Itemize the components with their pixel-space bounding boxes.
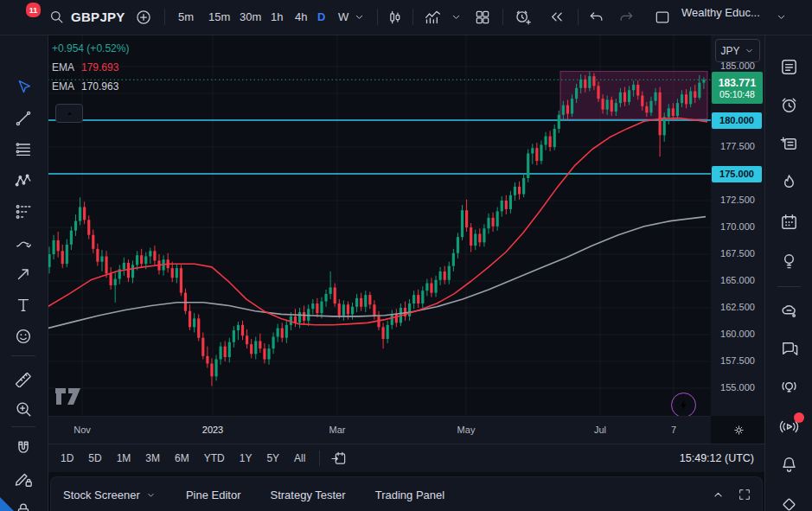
fullscreen-icon[interactable] bbox=[738, 488, 751, 501]
tool-ruler[interactable] bbox=[0, 368, 47, 387]
collapse-panel-icon[interactable] bbox=[711, 488, 726, 502]
ema-slow-row[interactable]: EMA 170.963 bbox=[52, 81, 129, 92]
timeframe-menu-button[interactable] bbox=[353, 0, 366, 34]
tool-fib-lines[interactable] bbox=[0, 140, 47, 159]
range-6m[interactable]: 6M bbox=[175, 452, 189, 464]
divider bbox=[777, 286, 801, 287]
timeframe-1h[interactable]: 1h bbox=[267, 9, 286, 25]
tab-trading-panel[interactable]: Trading Panel bbox=[375, 489, 444, 501]
range-all[interactable]: All bbox=[294, 452, 305, 464]
sidebar-note-plus[interactable] bbox=[765, 134, 812, 154]
drawing-toolbar bbox=[0, 35, 48, 511]
sidebar-chat[interactable] bbox=[765, 339, 812, 359]
tool-smiley[interactable] bbox=[0, 327, 47, 346]
undo-button[interactable] bbox=[588, 0, 605, 34]
top-toolbar: GBPJPY5m15m30m1h4hDWWealthy Educ... bbox=[0, 0, 812, 35]
footer-tabs-bar: Stock Screener Pine Editor Strategy Test… bbox=[50, 476, 763, 511]
indicators-button[interactable] bbox=[424, 0, 442, 34]
price-label: 160.000 bbox=[711, 329, 764, 339]
layout-title-button[interactable]: Wealthy Educ... bbox=[681, 0, 760, 29]
chart-style-button[interactable] bbox=[387, 0, 404, 34]
go-to-date-icon[interactable] bbox=[330, 450, 347, 467]
add-symbol-button[interactable] bbox=[135, 0, 152, 34]
range-toolbar: 1D5D1M3M6MYTD1Y5YAll 15:49:12 (UTC) bbox=[48, 444, 764, 472]
tab-stock-screener[interactable]: Stock Screener bbox=[63, 489, 157, 501]
layout-menu-button[interactable] bbox=[775, 0, 788, 34]
sidebar-diamond[interactable] bbox=[765, 495, 812, 511]
sidebar-calendar[interactable] bbox=[765, 212, 812, 232]
range-1y[interactable]: 1Y bbox=[240, 452, 253, 464]
lightning-icon[interactable] bbox=[671, 393, 696, 418]
chevron-down-icon bbox=[744, 45, 755, 56]
tab-strategy-tester[interactable]: Strategy Tester bbox=[270, 489, 345, 501]
timeframe-4h[interactable]: 4h bbox=[291, 9, 310, 25]
create-alert-button[interactable] bbox=[514, 0, 532, 34]
bar-replay-button[interactable] bbox=[547, 0, 566, 34]
sidebar-bulb[interactable] bbox=[765, 251, 812, 271]
ema-fast-row[interactable]: EMA 179.693 bbox=[52, 62, 129, 73]
current-price: 183.771 bbox=[719, 77, 756, 89]
divider bbox=[377, 9, 378, 25]
tool-trend-line[interactable] bbox=[0, 109, 47, 128]
tool-pencil-lock[interactable] bbox=[0, 469, 47, 489]
timeframe-30m[interactable]: 30m bbox=[236, 9, 265, 25]
tool-zoom-in[interactable] bbox=[0, 399, 47, 418]
divider bbox=[11, 426, 35, 427]
tool-brush[interactable] bbox=[0, 233, 47, 252]
clock[interactable]: 15:49:12 (UTC) bbox=[680, 452, 754, 464]
sidebar-thought-cloud[interactable] bbox=[765, 301, 812, 321]
price-label: 177.500 bbox=[711, 141, 764, 151]
tool-arrow[interactable] bbox=[0, 265, 47, 284]
sidebar-flame[interactable] bbox=[765, 173, 812, 193]
sidebar-alarm[interactable] bbox=[765, 95, 812, 115]
price-label: 170.000 bbox=[711, 221, 764, 232]
divider bbox=[412, 9, 413, 25]
change-value: +0.954 (+0.52%) bbox=[52, 43, 129, 54]
level-price-label: 175.000 bbox=[712, 166, 762, 182]
bar-countdown: 05:10:48 bbox=[719, 89, 755, 99]
price-axis[interactable]: JPY 185.000177.500172.500170.000167.5001… bbox=[711, 35, 764, 416]
tab-label: Stock Screener bbox=[63, 489, 140, 501]
tool-cursor[interactable] bbox=[0, 78, 47, 97]
timeframe-W[interactable]: W bbox=[335, 9, 352, 25]
sidebar-live-bulb[interactable] bbox=[765, 377, 812, 397]
symbol-name: GBPJPY bbox=[71, 10, 125, 24]
range-5y[interactable]: 5Y bbox=[266, 452, 279, 464]
timeframe-15m[interactable]: 15m bbox=[205, 9, 233, 25]
divider bbox=[11, 355, 35, 356]
time-label: Jul bbox=[594, 425, 606, 435]
divider bbox=[502, 9, 503, 25]
currency-dropdown[interactable]: JPY bbox=[715, 39, 760, 62]
chart-legend: +0.954 (+0.52%) EMA 179.693 EMA 170.963 bbox=[52, 43, 129, 100]
price-label: 172.500 bbox=[711, 195, 764, 205]
tool-magnet[interactable] bbox=[0, 439, 47, 458]
notification-dot bbox=[794, 412, 804, 423]
tool-forecast[interactable] bbox=[0, 202, 47, 221]
timeframe-5m[interactable]: 5m bbox=[175, 9, 197, 25]
tool-pattern[interactable] bbox=[0, 171, 47, 190]
range-3m[interactable]: 3M bbox=[145, 452, 160, 464]
tool-text[interactable] bbox=[0, 296, 47, 315]
divider bbox=[578, 9, 579, 25]
gear-icon[interactable] bbox=[732, 424, 745, 437]
range-ytd[interactable]: YTD bbox=[204, 452, 225, 464]
sidebar-streams[interactable] bbox=[765, 416, 812, 437]
time-axis[interactable]: Nov2023MarMayJul7 bbox=[48, 416, 711, 444]
ema-fast-value: 179.693 bbox=[81, 62, 118, 73]
tab-pine-editor[interactable]: Pine Editor bbox=[186, 489, 241, 501]
redo-button[interactable] bbox=[617, 0, 635, 34]
symbol-search-button[interactable]: GBPJPY bbox=[71, 0, 125, 34]
current-price-badge: 183.771 05:10:48 bbox=[712, 72, 763, 104]
layout-templates-button[interactable] bbox=[474, 0, 491, 34]
indicators-menu-button[interactable] bbox=[450, 0, 463, 34]
level-price-label: 180.000 bbox=[712, 112, 762, 129]
sidebar-bell[interactable] bbox=[765, 455, 812, 475]
range-1m[interactable]: 1M bbox=[117, 452, 131, 464]
range-1d[interactable]: 1D bbox=[61, 452, 74, 464]
range-5d[interactable]: 5D bbox=[88, 452, 101, 464]
search-icon[interactable] bbox=[48, 0, 65, 34]
select-layout-button[interactable] bbox=[654, 0, 671, 34]
timeframe-D[interactable]: D bbox=[314, 9, 329, 25]
sidebar-watchlist[interactable] bbox=[765, 57, 812, 77]
legend-collapse-button[interactable] bbox=[55, 104, 83, 123]
